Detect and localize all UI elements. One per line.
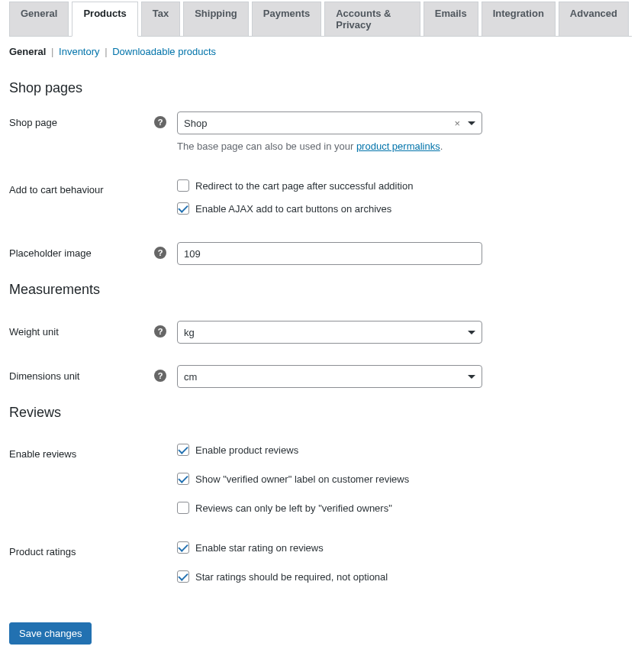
main-tabs: General Products Tax Shipping Payments A… [9, 0, 632, 37]
label-product-ratings: Product ratings [9, 546, 76, 557]
subnav-inventory[interactable]: Inventory [59, 46, 99, 57]
row-enable-reviews: Enable reviews Enable product reviews Sh… [9, 444, 632, 514]
chevron-down-icon [468, 331, 475, 334]
shop-page-select[interactable]: Shop × [177, 111, 482, 134]
star-rating-label[interactable]: Enable star rating on reviews [195, 542, 324, 554]
row-shop-page: Shop page ? Shop × The base page can als… [9, 111, 632, 152]
row-add-to-cart: Add to cart behaviour Redirect to the ca… [9, 179, 632, 215]
tab-tax[interactable]: Tax [141, 2, 180, 36]
label-shop-page: Shop page [9, 117, 57, 128]
redirect-cart-checkbox[interactable] [177, 179, 189, 192]
row-product-ratings: Product ratings Enable star rating on re… [9, 541, 632, 583]
tab-emails[interactable]: Emails [424, 2, 478, 36]
clear-icon[interactable]: × [454, 118, 460, 129]
verified-label-checkbox[interactable] [177, 473, 189, 485]
section-measurements: Measurements [9, 282, 632, 298]
help-icon[interactable]: ? [154, 116, 166, 128]
chevron-down-icon [468, 375, 475, 379]
tab-advanced[interactable]: Advanced [559, 2, 629, 36]
chevron-down-icon [468, 121, 475, 125]
label-weight-unit: Weight unit [9, 326, 59, 338]
verified-only-checkbox[interactable] [177, 502, 189, 514]
subnav-downloadable[interactable]: Downloadable products [112, 46, 216, 57]
ajax-cart-label[interactable]: Enable AJAX add to cart buttons on archi… [195, 203, 391, 215]
section-shop-pages: Shop pages [9, 80, 632, 96]
subnav-general[interactable]: General [9, 46, 46, 57]
label-enable-reviews: Enable reviews [9, 448, 76, 460]
shop-page-value: Shop [184, 118, 454, 129]
label-placeholder-image: Placeholder image [9, 247, 92, 259]
redirect-cart-label[interactable]: Redirect to the cart page after successf… [195, 180, 413, 192]
sep-icon: | [105, 46, 107, 57]
sub-nav: General | Inventory | Downloadable produ… [0, 37, 641, 63]
verified-label-label[interactable]: Show "verified owner" label on customer … [195, 473, 409, 485]
verified-only-label[interactable]: Reviews can only be left by "verified ow… [195, 502, 392, 514]
enable-reviews-label[interactable]: Enable product reviews [195, 444, 298, 456]
save-button[interactable]: Save changes [9, 622, 92, 645]
tab-products[interactable]: Products [72, 2, 137, 37]
dimensions-unit-select[interactable]: cm [177, 365, 482, 388]
help-icon[interactable]: ? [154, 325, 166, 338]
section-reviews: Reviews [9, 405, 632, 421]
weight-unit-value: kg [184, 327, 465, 338]
content-area: Shop pages Shop page ? Shop × The base p… [0, 80, 641, 660]
enable-reviews-checkbox[interactable] [177, 444, 189, 456]
tab-shipping[interactable]: Shipping [183, 2, 249, 36]
label-add-to-cart: Add to cart behaviour [9, 184, 104, 195]
row-weight-unit: Weight unit ? kg [9, 321, 632, 344]
tab-integration[interactable]: Integration [482, 2, 556, 36]
star-required-label[interactable]: Star ratings should be required, not opt… [195, 571, 388, 583]
shop-page-hint: The base page can also be used in your p… [177, 141, 482, 152]
product-permalinks-link[interactable]: product permalinks [356, 141, 440, 152]
placeholder-image-input[interactable] [177, 242, 482, 265]
tab-accounts[interactable]: Accounts & Privacy [324, 2, 420, 36]
label-dimensions-unit: Dimensions unit [9, 370, 80, 382]
row-dimensions-unit: Dimensions unit ? cm [9, 365, 632, 388]
dimensions-unit-value: cm [184, 371, 465, 383]
help-icon[interactable]: ? [154, 370, 166, 382]
ajax-cart-checkbox[interactable] [177, 202, 189, 215]
tab-general[interactable]: General [9, 2, 69, 36]
help-icon[interactable]: ? [154, 247, 166, 259]
tab-payments[interactable]: Payments [252, 2, 321, 36]
weight-unit-select[interactable]: kg [177, 321, 482, 344]
star-required-checkbox[interactable] [177, 570, 189, 583]
star-rating-checkbox[interactable] [177, 541, 189, 554]
row-placeholder-image: Placeholder image ? [9, 242, 632, 265]
sep-icon: | [51, 46, 53, 57]
